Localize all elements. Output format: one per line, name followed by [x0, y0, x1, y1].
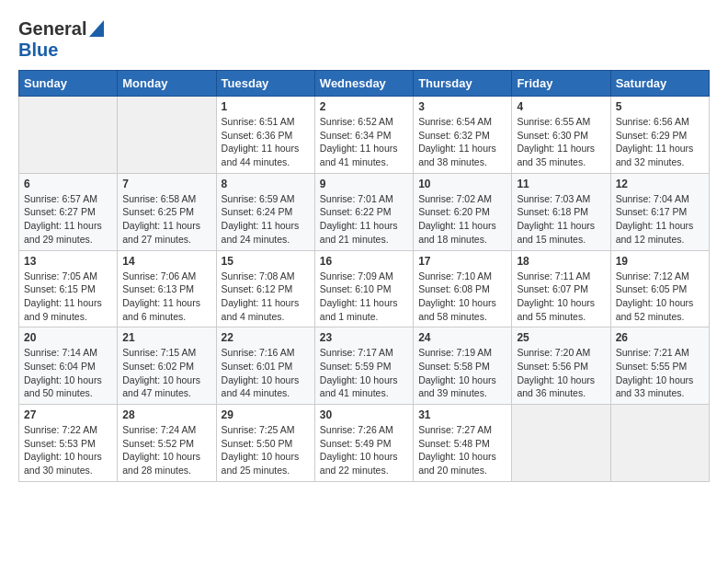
calendar-cell: 24 Sunrise: 7:19 AM Sunset: 5:58 PM Dayl…	[414, 327, 512, 405]
day-daylight: Daylight: 10 hours and 55 minutes.	[517, 296, 605, 323]
day-sunrise: Sunrise: 7:11 AM	[517, 270, 605, 283]
calendar-cell: 31 Sunrise: 7:27 AM Sunset: 5:48 PM Dayl…	[414, 405, 512, 482]
day-sunrise: Sunrise: 7:27 AM	[418, 423, 506, 437]
day-daylight: Daylight: 11 hours and 12 minutes.	[616, 219, 704, 246]
calendar-cell: 7 Sunrise: 6:58 AM Sunset: 6:25 PM Dayli…	[118, 173, 216, 250]
day-sunset: Sunset: 6:36 PM	[222, 129, 310, 143]
day-sunrise: Sunrise: 7:03 AM	[517, 192, 605, 206]
calendar-cell: 25 Sunrise: 7:20 AM Sunset: 5:56 PM Dayl…	[512, 327, 610, 405]
day-daylight: Daylight: 10 hours and 20 minutes.	[418, 450, 506, 477]
calendar-cell: 28 Sunrise: 7:24 AM Sunset: 5:52 PM Dayl…	[118, 405, 216, 482]
day-sunset: Sunset: 6:30 PM	[517, 129, 605, 143]
day-daylight: Daylight: 11 hours and 6 minutes.	[122, 296, 210, 323]
day-sunrise: Sunrise: 7:17 AM	[320, 346, 408, 360]
column-header-wednesday: Wednesday	[314, 71, 413, 97]
day-sunset: Sunset: 6:08 PM	[418, 282, 506, 296]
day-sunrise: Sunrise: 7:21 AM	[616, 346, 704, 360]
day-sunset: Sunset: 6:05 PM	[616, 282, 704, 296]
day-sunrise: Sunrise: 7:20 AM	[517, 346, 605, 360]
day-number: 1	[222, 100, 310, 113]
day-sunset: Sunset: 5:53 PM	[24, 437, 112, 451]
day-sunrise: Sunrise: 7:09 AM	[320, 270, 408, 283]
day-number: 31	[418, 408, 506, 421]
day-number: 23	[320, 331, 408, 344]
day-sunset: Sunset: 6:32 PM	[418, 129, 506, 143]
day-daylight: Daylight: 11 hours and 35 minutes.	[517, 142, 605, 168]
day-sunset: Sunset: 6:18 PM	[517, 205, 605, 219]
day-number: 4	[517, 100, 605, 113]
day-sunrise: Sunrise: 7:02 AM	[418, 192, 506, 206]
day-number: 2	[320, 100, 408, 113]
day-sunrise: Sunrise: 7:08 AM	[222, 270, 310, 283]
day-number: 6	[24, 178, 112, 190]
day-daylight: Daylight: 10 hours and 22 minutes.	[320, 450, 408, 477]
day-daylight: Daylight: 11 hours and 18 minutes.	[418, 219, 506, 246]
calendar-week-row: 27 Sunrise: 7:22 AM Sunset: 5:53 PM Dayl…	[19, 405, 710, 482]
day-sunrise: Sunrise: 7:16 AM	[222, 346, 310, 360]
calendar-cell	[512, 405, 610, 482]
day-sunset: Sunset: 6:27 PM	[24, 205, 112, 219]
calendar-cell: 16 Sunrise: 7:09 AM Sunset: 6:10 PM Dayl…	[314, 250, 413, 327]
calendar-week-row: 20 Sunrise: 7:14 AM Sunset: 6:04 PM Dayl…	[19, 327, 710, 405]
calendar-cell: 3 Sunrise: 6:54 AM Sunset: 6:32 PM Dayli…	[414, 97, 512, 174]
column-header-tuesday: Tuesday	[216, 71, 314, 97]
day-daylight: Daylight: 11 hours and 29 minutes.	[24, 219, 112, 246]
day-sunset: Sunset: 6:13 PM	[122, 282, 210, 296]
day-daylight: Daylight: 11 hours and 9 minutes.	[24, 296, 112, 323]
calendar-cell: 11 Sunrise: 7:03 AM Sunset: 6:18 PM Dayl…	[512, 173, 610, 250]
calendar-cell: 27 Sunrise: 7:22 AM Sunset: 5:53 PM Dayl…	[19, 405, 118, 482]
calendar-cell: 12 Sunrise: 7:04 AM Sunset: 6:17 PM Dayl…	[610, 173, 709, 250]
day-number: 8	[222, 178, 310, 190]
day-sunrise: Sunrise: 6:52 AM	[320, 115, 408, 129]
day-number: 15	[222, 255, 310, 268]
day-number: 13	[24, 255, 112, 268]
day-sunrise: Sunrise: 6:58 AM	[122, 192, 210, 206]
logo-blue-text: Blue	[18, 40, 58, 60]
day-number: 10	[418, 178, 506, 190]
column-header-friday: Friday	[512, 71, 610, 97]
calendar-cell: 9 Sunrise: 7:01 AM Sunset: 6:22 PM Dayli…	[314, 173, 413, 250]
day-number: 7	[122, 178, 210, 190]
calendar-cell: 5 Sunrise: 6:56 AM Sunset: 6:29 PM Dayli…	[610, 97, 709, 174]
day-number: 25	[517, 331, 605, 344]
calendar-week-row: 1 Sunrise: 6:51 AM Sunset: 6:36 PM Dayli…	[19, 97, 710, 174]
column-header-thursday: Thursday	[414, 71, 512, 97]
day-sunrise: Sunrise: 7:25 AM	[222, 423, 310, 437]
calendar-cell: 6 Sunrise: 6:57 AM Sunset: 6:27 PM Dayli…	[19, 173, 118, 250]
day-sunset: Sunset: 5:55 PM	[616, 360, 704, 373]
day-sunrise: Sunrise: 7:26 AM	[320, 423, 408, 437]
column-header-sunday: Sunday	[19, 71, 118, 97]
day-sunset: Sunset: 6:17 PM	[616, 205, 704, 219]
day-daylight: Daylight: 11 hours and 21 minutes.	[320, 219, 408, 246]
day-sunrise: Sunrise: 7:15 AM	[122, 346, 210, 360]
day-sunrise: Sunrise: 7:24 AM	[122, 423, 210, 437]
day-sunset: Sunset: 5:49 PM	[320, 437, 408, 451]
day-daylight: Daylight: 10 hours and 58 minutes.	[418, 296, 506, 323]
logo-general-text: General	[18, 18, 86, 40]
day-number: 18	[517, 255, 605, 268]
day-sunset: Sunset: 6:34 PM	[320, 129, 408, 143]
day-sunrise: Sunrise: 7:05 AM	[24, 270, 112, 283]
calendar-cell: 30 Sunrise: 7:26 AM Sunset: 5:49 PM Dayl…	[314, 405, 413, 482]
day-sunrise: Sunrise: 6:51 AM	[222, 115, 310, 129]
day-sunset: Sunset: 6:07 PM	[517, 282, 605, 296]
day-sunrise: Sunrise: 7:19 AM	[418, 346, 506, 360]
day-sunrise: Sunrise: 6:57 AM	[24, 192, 112, 206]
day-sunset: Sunset: 6:10 PM	[320, 282, 408, 296]
calendar-cell: 23 Sunrise: 7:17 AM Sunset: 5:59 PM Dayl…	[314, 327, 413, 405]
calendar-cell: 19 Sunrise: 7:12 AM Sunset: 6:05 PM Dayl…	[610, 250, 709, 327]
day-sunset: Sunset: 6:22 PM	[320, 205, 408, 219]
day-number: 30	[320, 408, 408, 421]
calendar-cell: 17 Sunrise: 7:10 AM Sunset: 6:08 PM Dayl…	[414, 250, 512, 327]
day-number: 22	[222, 331, 310, 344]
day-daylight: Daylight: 10 hours and 39 minutes.	[418, 373, 506, 400]
day-daylight: Daylight: 11 hours and 41 minutes.	[320, 142, 408, 168]
day-sunset: Sunset: 6:12 PM	[222, 282, 310, 296]
day-number: 17	[418, 255, 506, 268]
calendar-cell: 20 Sunrise: 7:14 AM Sunset: 6:04 PM Dayl…	[19, 327, 118, 405]
day-sunrise: Sunrise: 7:04 AM	[616, 192, 704, 206]
calendar-cell	[118, 97, 216, 174]
page-header: General Blue	[18, 18, 710, 61]
calendar-cell	[19, 97, 118, 174]
day-daylight: Daylight: 10 hours and 30 minutes.	[24, 450, 112, 477]
